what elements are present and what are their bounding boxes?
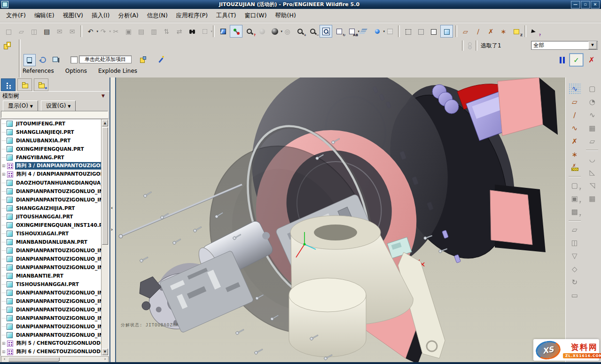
tab-options[interactable]: Options [65,68,87,74]
scroll-right-icon[interactable]: › [102,356,108,362]
tab-folder-browser[interactable] [17,78,32,91]
tree-item[interactable]: JITOUSHANGGAI.PRT [1,212,109,221]
point-field-tool-icon[interactable] [569,162,581,173]
part-bracket-right[interactable] [490,185,546,252]
tree-item-label[interactable]: TISHOUXIAGAI.PRT [15,230,70,237]
tree-item[interactable]: DIANPIANPANTOUZIGONLUO_INST1.P [1,288,109,297]
repaint-icon[interactable] [217,25,229,37]
show-button[interactable]: 显示(O) ▼ [3,101,38,111]
point-symbols-toggle-icon[interactable]: ✗ [485,25,497,37]
datum-axis-tool-icon[interactable]: ∕ [569,109,581,121]
tree-item-label[interactable]: MIANBANTIE.PRT [15,272,65,279]
csys-tool-icon[interactable]: ∗ [569,149,581,160]
render-style-icon[interactable]: ▾ [269,25,281,37]
tree-item-label[interactable]: 阵列 5 / CHENGTOUZIGONLUODING. [15,340,109,347]
tree-item-label[interactable]: JITOUSHANGGAI.PRT [15,213,74,220]
close-button[interactable]: × [591,1,600,8]
tree-item[interactable]: DIANPIANPANTOUZIGONLUO_INST1.P [1,246,109,255]
tree-item[interactable]: SHANGLIANJIEQI.PRT [1,128,109,136]
expand-panel-icon[interactable]: › [111,227,113,232]
tree-item-label[interactable]: SHANGLIANJIEQI.PRT [15,129,76,135]
shaded-icon[interactable] [440,25,453,38]
minimize-button[interactable]: — [571,1,580,8]
tree-item[interactable]: DIANPIANPANTOUZIGONLUO_INST1.P [1,322,109,331]
tree-item-label[interactable]: OXINGMIFENGQUAN.PRT [15,146,86,152]
hidden-line-icon[interactable] [415,25,427,37]
tree-vertical-scrollbar[interactable]: ▲ ▼ [101,119,109,356]
tree-item-label[interactable]: DIANPIANPANTOUZIGONLUO_INST1.P [15,332,109,338]
panel-sash[interactable]: ‹ › [109,77,116,362]
tree-item-label[interactable]: FANGYIBANG.PRT [15,154,66,161]
tree-item[interactable]: ⊞阵列 5 / CHENGTOUZIGONLUODING. [1,339,109,348]
datum-point-tool-icon[interactable]: ✗ [569,136,581,147]
tab-explode-lines[interactable]: Explode Lines [98,68,137,74]
menu-window[interactable]: 窗口(W) [240,10,271,22]
explode-checkbox[interactable] [70,56,78,63]
menu-view[interactable]: 视图(V) [59,10,87,22]
print-icon[interactable]: ▤ [41,25,53,37]
explode-viewplane-button[interactable] [50,54,61,65]
cancel-button[interactable]: ✗ [586,54,597,66]
selection-filter-combobox[interactable]: 全部 ▼ [531,41,598,50]
tree-item-label[interactable]: MIANBANDIANLUBAN.PRT [15,239,89,245]
shading-nodes-icon[interactable] [230,25,242,38]
tree-item[interactable]: SHANGGAIZHIJIA.PRT [1,204,109,212]
tree-item[interactable]: ⊞阵列 6 / CHENGTOUZIGONLUODING. [1,348,109,356]
ok-button[interactable]: ✓ [570,54,583,66]
tree-item-label[interactable]: DIANPIANPANTOUZIGONLUO_INST1.P [15,188,109,194]
scrollbar-thumb[interactable] [8,357,60,362]
datum-axes-toggle-icon[interactable]: ∕ [472,25,484,37]
menu-edit[interactable]: 编辑(E) [30,10,59,22]
reorient-icon[interactable]: ↻ [333,25,345,37]
tree-item[interactable]: DIANPIANPANTOUZIGONLUO_INST1.P [1,263,109,271]
chevron-down-icon[interactable]: ▼ [588,41,597,49]
tree-item[interactable]: DIANPIANPANTOUZIGONLUO_INST1.P [1,314,109,322]
tree-item-label[interactable]: JITOUMIFENG.PRT [15,120,67,127]
zoom-in-icon[interactable]: + [294,25,306,37]
tree-item[interactable]: DIANPIANPANTOUZIGONLUO_INST1.P [1,331,109,339]
tree-expander-icon[interactable]: ⊞ [2,172,7,177]
scrollbar-thumb[interactable] [102,127,108,245]
part-bracket-top[interactable] [498,77,558,136]
tree-expander-icon[interactable]: ⊞ [2,163,7,168]
style-tool-icon[interactable]: ∿ [569,83,581,94]
datum-curve-tool-icon[interactable]: ∿ [569,123,581,134]
tree-item-label[interactable]: DIANPIANPANTOUZIGONLUO_INST1.P [15,298,109,304]
collapse-panel-icon[interactable]: ‹ [111,205,113,210]
tree-horizontal-scrollbar[interactable]: ‹ › [1,356,109,363]
menu-analysis[interactable]: 分析(A) [114,10,142,22]
tree-item[interactable]: OXINGMIFENGQUAN.PRT [1,145,109,153]
zoom-review-icon[interactable]: ? [243,25,255,37]
scroll-left-icon[interactable]: ‹ [1,356,8,362]
tree-expander-icon[interactable]: ⊞ [2,341,7,346]
tree-item[interactable]: ⊞阵列 3 / DIANPIANPANTOUZIGONLUO [1,162,109,170]
part-cup-housing[interactable] [289,278,366,357]
tree-item[interactable]: ⊞阵列 4 / DIANPIANPANTOUZIGONLUO [1,170,109,178]
datum-planes-toggle-icon[interactable]: ▱ [460,25,471,37]
tree-item[interactable]: DIANPIANPANTOUZIGONLUO_INST1.P [1,187,109,195]
annotations-toggle-icon[interactable]: Z [510,25,522,37]
layers-icon[interactable] [359,25,370,37]
spin-center-icon[interactable] [466,42,474,49]
tree-item[interactable]: DIANPIANPANTOUZIGONLUO_INST1.P [1,195,109,204]
tree-item[interactable]: DIANPIANPANTOUZIGONLUO_INST1.P [1,305,109,314]
refit-icon[interactable] [320,25,332,38]
smart-selection-icon[interactable] [3,41,11,49]
menu-file[interactable]: 文件(F) [2,10,30,22]
csys-toggle-icon[interactable]: ∗ [498,25,509,37]
zoom-out-icon[interactable]: − [307,25,319,37]
menu-help[interactable]: 帮助(H) [271,10,300,22]
tree-item[interactable]: MIANBANDIANLUBAN.PRT [1,238,109,246]
tree-item-label[interactable]: SHANGGAIZHIJIA.PRT [15,205,76,211]
tree-item[interactable]: TISHOUSHANGGAI.PRT [1,280,109,288]
tree-item-label[interactable]: DIANPIANPANTOUZIGONLUO_INST1.P [15,196,109,203]
tree-item-label[interactable]: DIANPIANPANTOUZIGONLUO_INST1.P [15,289,109,296]
tree-item-label[interactable]: DAOZHOUTANHUANGDIANQUA_INSTG [15,179,109,186]
no-hidden-icon[interactable] [428,25,439,37]
maximize-button[interactable]: ▫ [581,1,590,8]
tree-item[interactable]: OXINGMIFENGQUAN_INST140.PRT [1,221,109,229]
datum-plane-tool-icon[interactable]: ▱ [569,96,581,108]
pause-button[interactable] [557,55,567,65]
tree-item[interactable]: TISHOUXIAGAI.PRT [1,229,109,238]
tree-item[interactable]: MIANBANTIE.PRT [1,271,109,280]
